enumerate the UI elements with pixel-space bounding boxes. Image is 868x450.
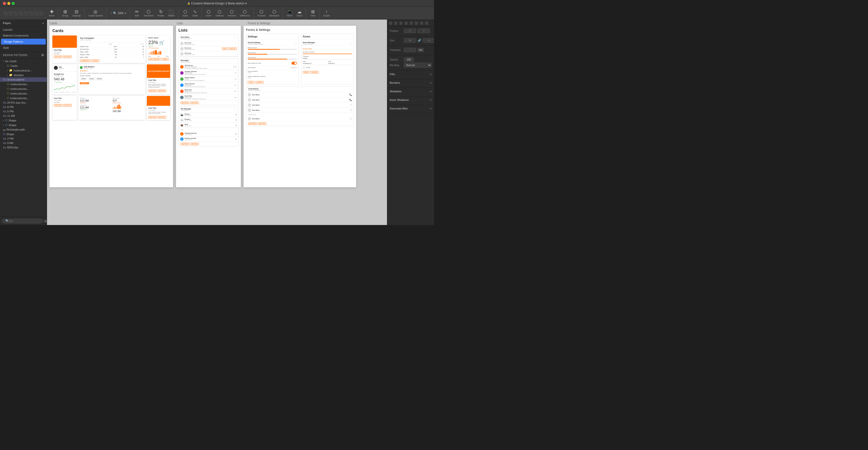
align-vertical-center-icon[interactable]: ⬛ <box>409 21 414 26</box>
mirror-button[interactable]: 📱 Mirror <box>285 8 294 18</box>
align-left-edge-icon[interactable]: ⬛ <box>388 21 393 26</box>
height-input[interactable] <box>423 38 434 42</box>
gaussian-blur-add-icon[interactable]: + <box>430 107 432 110</box>
forward-button[interactable]: ⬡ Forward <box>255 8 268 18</box>
rotate-input[interactable] <box>404 48 416 52</box>
zoom-out-button[interactable]: − <box>111 11 112 15</box>
layer-item-mol-4[interactable]: ⬡ molecules/sto... <box>0 96 47 100</box>
align-center-icon[interactable]: ⬛ <box>8 11 13 16</box>
layer-item-281day[interactable]: Aa $281/day <box>0 145 47 150</box>
shadows-add-icon[interactable]: + <box>430 90 432 93</box>
distribute-h-icon[interactable]: ⬛ <box>34 11 39 16</box>
layer-item-shape-polygon[interactable]: ⬠ Shape <box>0 132 47 137</box>
fills-add-icon[interactable]: + <box>430 73 432 76</box>
insert-button[interactable]: ✚ Insert <box>47 8 57 18</box>
layer-item-5pm[interactable]: Aa 5 PM <box>0 109 47 114</box>
subtract-button[interactable]: ⬡ Subtract <box>213 8 226 18</box>
y-input[interactable] <box>417 29 430 33</box>
create-symbol-button[interactable]: ◎ Create Symbol <box>86 8 105 18</box>
align-right-edge-icon[interactable]: ⬛ <box>399 21 403 26</box>
minimize-button[interactable] <box>7 2 10 5</box>
view-button[interactable]: ⊞ View <box>308 8 318 18</box>
export-button[interactable]: ↑ Export <box>321 8 332 18</box>
layer-item-cards-group[interactable]: ▾ Aa Cards <box>0 59 47 63</box>
flip-button[interactable]: Flip <box>417 48 424 52</box>
layers-options-icon[interactable]: ⊞ <box>41 53 44 57</box>
rotate-button[interactable]: ↻ Rotate <box>156 8 166 18</box>
layer-item-11am[interactable]: Aa 11 AM <box>0 114 47 118</box>
cards-row-3: Card Title Card Subtitle Card Body BUTTO… <box>52 96 170 120</box>
page-item-material[interactable]: Material Components <box>0 33 47 38</box>
layer-item-shape-2[interactable]: ▸ ⬡ Shape <box>0 123 47 127</box>
x-input[interactable] <box>404 29 416 33</box>
intersect-button[interactable]: ⬡ Intersect <box>225 8 238 18</box>
align-middle-icon[interactable]: ⬛ <box>24 11 28 16</box>
layer-item-mol-3[interactable]: ⬡ molecules/sto... <box>0 91 47 96</box>
lists-artboard[interactable]: Lists Item Name Item details/subtitle ⋮ <box>176 26 241 187</box>
inner-shadows-add-icon[interactable]: + <box>430 98 432 101</box>
zoom-level-display: 34% <box>118 11 124 15</box>
borders-add-icon[interactable]: + <box>430 81 432 84</box>
zoom-group: − 🔍 34% + <box>107 7 130 19</box>
distribute-horizontal-icon[interactable]: ⬛ <box>419 21 424 26</box>
layer-item-molecules-car[interactable]: ⬡ Cards <box>0 63 47 68</box>
layer-item-8pm[interactable]: Aa 8 PM <box>0 105 47 109</box>
align-horizontal-center-icon[interactable]: ⬛ <box>393 21 398 26</box>
layer-item-8am[interactable]: Aa 8 AM <box>0 141 47 145</box>
maximize-button[interactable] <box>12 2 15 5</box>
width-input[interactable] <box>404 38 416 42</box>
add-page-button[interactable]: + <box>42 22 44 25</box>
ungroup-button[interactable]: ⊟ Ungroup <box>70 8 83 18</box>
insert-group: ✚ Insert <box>45 7 58 19</box>
layer-item-shape-1[interactable]: ▸ ⬡ Shape <box>0 118 47 123</box>
link-dimensions-icon[interactable]: 🔗 <box>417 39 421 42</box>
close-button[interactable] <box>3 2 6 5</box>
mask-button[interactable]: ⬡ Mask <box>180 8 190 18</box>
align-right-icon[interactable]: ⬛ <box>13 11 18 16</box>
fills-title[interactable]: Fills + <box>390 73 432 76</box>
difference-button[interactable]: ⬡ Difference <box>238 8 252 18</box>
page-item-design-patterns[interactable]: Design Patterns <box>1 39 46 44</box>
scale-button[interactable]: ⤡ Scale <box>190 8 200 18</box>
cloud-button[interactable]: ☁ Cloud <box>294 8 304 18</box>
gaussian-blur-title[interactable]: Gaussian Blur + <box>390 107 432 110</box>
layer-item-cards-text[interactable]: Aa access-alarms <box>0 78 47 82</box>
zoom-in-button[interactable]: + <box>125 11 126 15</box>
transform-button[interactable]: ⬡ Transform <box>142 8 156 18</box>
shadows-title[interactable]: Shadows + <box>390 90 432 93</box>
forms-artboard[interactable]: Forms & Settings Settings Sound Settings <box>244 26 356 187</box>
layer-item-24pct[interactable]: Aa 24.5% avg cha... <box>0 100 47 105</box>
align-bottom-edge-icon[interactable]: ⬛ <box>414 21 419 26</box>
inner-shadows-section: Inner Shadows + <box>387 96 434 105</box>
arrange-tools: ⬡ Forward ⬡ Backward <box>254 7 283 19</box>
align-top-icon[interactable]: ⬛ <box>18 11 23 16</box>
page-item-layouts[interactable]: Layouts <box>0 27 47 33</box>
align-left-icon[interactable]: ⬛ <box>3 11 8 16</box>
canvas-area[interactable]: Cards Lists Forms & Settings Cards Card … <box>47 20 387 225</box>
align-top-edge-icon[interactable]: ⬛ <box>404 21 408 26</box>
edit-button[interactable]: ✏ Edit <box>132 8 142 18</box>
chevron-down-icon: ▾ <box>3 60 4 62</box>
layer-item-mol-1[interactable]: ⬡ molecules/sto... <box>0 82 47 86</box>
inner-shadows-title[interactable]: Inner Shadows + <box>390 98 432 101</box>
layer-item-2pm[interactable]: Aa 2 PM <box>0 137 47 141</box>
layer-item-vibration[interactable]: ▸ 📁 molecules/car... <box>0 68 47 73</box>
cards-row-2: Title Subhead Google Inc NASDAQ: GOOG 54… <box>52 64 170 94</box>
borders-title[interactable]: Borders + <box>390 81 432 84</box>
distribute-v-icon[interactable]: ⬛ <box>39 11 44 16</box>
align-bottom-icon[interactable]: ⬛ <box>29 11 34 16</box>
opacity-input[interactable] <box>404 57 414 62</box>
page-item-style[interactable]: Style <box>0 45 47 51</box>
union-button[interactable]: ⬡ Union <box>204 8 213 18</box>
blending-select[interactable]: Normal <box>404 63 432 67</box>
boolean-tools: ⬡ Union ⬡ Subtract ⬡ Intersect ⬡ Differe… <box>202 7 254 19</box>
backward-button[interactable]: ⬡ Backward <box>268 8 281 18</box>
layer-item-access-alarms[interactable]: ▸ 📁 vibration <box>0 73 47 78</box>
layer-item-mol-2[interactable]: ⬡ molecules/sto... <box>0 86 47 91</box>
group-button[interactable]: ⊞ Group <box>60 8 70 18</box>
distribute-vertical-icon[interactable]: ⬛ <box>424 21 429 26</box>
flatten-button[interactable]: ⬛ Flatten <box>166 8 177 18</box>
layer-item-rectangle-path[interactable]: ▬ Rectangle-path <box>0 127 47 132</box>
sidebar-view-icon[interactable]: ⊞ <box>44 219 47 223</box>
cards-artboard[interactable]: Cards Card Title Card Subtitle Card Body… <box>50 26 173 187</box>
